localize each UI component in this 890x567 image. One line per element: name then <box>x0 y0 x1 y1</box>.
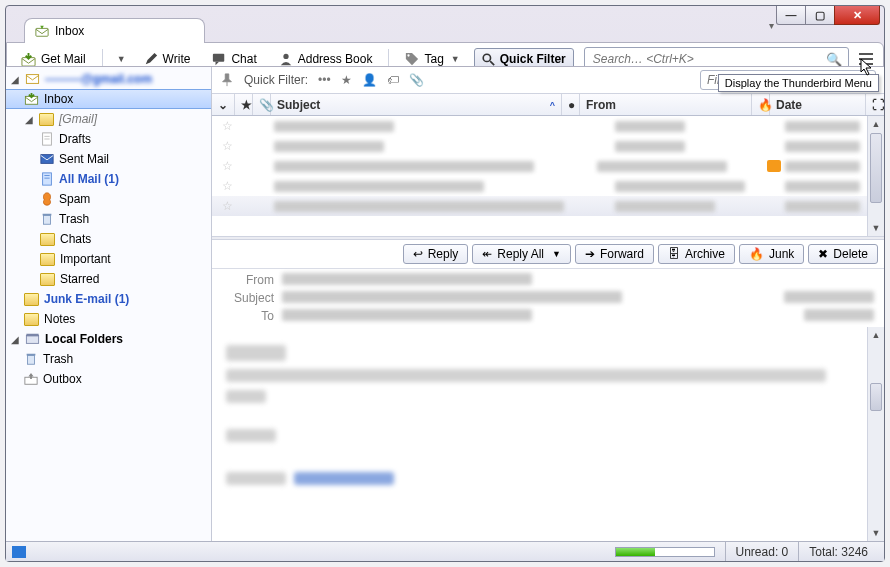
delete-icon: ✖ <box>818 247 828 261</box>
col-picker[interactable]: ⛶ <box>866 94 884 115</box>
sidebar-item-label: Trash <box>43 352 73 366</box>
sidebar-item-inbox[interactable]: Inbox <box>6 89 211 109</box>
minimize-button[interactable]: — <box>776 6 806 25</box>
folder-icon <box>24 293 39 306</box>
sidebar-item-label: Notes <box>44 312 75 326</box>
message-row[interactable]: ☆ <box>212 196 884 216</box>
sidebar-item-local-trash[interactable]: Trash <box>6 349 211 369</box>
main-pane: Quick Filter: ••• ★ 👤 🏷 📎 ⌄ ★ 📎 Subject … <box>212 67 884 541</box>
reply-button[interactable]: ↩Reply <box>403 244 469 264</box>
outbox-icon <box>24 372 38 386</box>
app-window: — ▢ ✕ Inbox ▾ Get Mail ▼ Write Chat Addr… <box>5 5 885 562</box>
get-mail-icon <box>21 52 36 67</box>
forward-button[interactable]: ➔Forward <box>575 244 654 264</box>
account-local-folders[interactable]: ◢ Local Folders <box>6 329 211 349</box>
sidebar-item-trash[interactable]: Trash <box>6 209 211 229</box>
sidebar-item-starred[interactable]: Starred <box>6 269 211 289</box>
sidebar-item-label: Chats <box>60 232 91 246</box>
folder-icon <box>24 313 39 326</box>
qf-attach-icon[interactable]: 📎 <box>409 73 424 87</box>
svg-rect-19 <box>26 334 38 337</box>
spam-icon <box>40 192 54 206</box>
folder-icon <box>40 273 55 286</box>
svg-line-6 <box>490 61 494 65</box>
header-value <box>282 291 622 303</box>
msglist-scrollbar[interactable]: ▲▼ <box>867 116 884 236</box>
col-junk[interactable]: 🔥 <box>752 94 770 115</box>
pin-icon[interactable] <box>220 73 234 87</box>
progress-bar <box>615 547 715 557</box>
header-label-from: From <box>222 273 282 287</box>
header-label-subject: Subject <box>222 291 282 305</box>
tab-label: Inbox <box>55 24 84 38</box>
message-columns: ⌄ ★ 📎 Subject ● From 🔥 Date ⛶ <box>212 94 884 116</box>
inbox-tab-icon <box>35 24 49 38</box>
sidebar-item-important[interactable]: Important <box>6 249 211 269</box>
col-thread[interactable]: ⌄ <box>212 94 235 115</box>
folder-icon <box>40 253 55 266</box>
message-row[interactable]: ☆ <box>212 156 884 176</box>
tag-label: Tag <box>424 52 443 66</box>
address-book-label: Address Book <box>298 52 373 66</box>
magnifier-icon <box>482 53 495 66</box>
pencil-icon <box>144 52 158 66</box>
sidebar-item-gmail[interactable]: ◢ [Gmail] <box>6 109 211 129</box>
get-mail-label: Get Mail <box>41 52 86 66</box>
col-star[interactable]: ★ <box>235 94 253 115</box>
col-date[interactable]: Date <box>770 94 866 115</box>
junk-icon: 🔥 <box>749 247 764 261</box>
qf-star-icon[interactable]: ★ <box>341 73 352 87</box>
message-body: ▲▼ <box>212 327 884 541</box>
sidebar-item-label: Junk E-mail (1) <box>44 292 129 306</box>
archive-button[interactable]: 🗄Archive <box>658 244 735 264</box>
sidebar-item-notes[interactable]: Notes <box>6 309 211 329</box>
archive-icon: 🗄 <box>668 247 680 261</box>
col-attach[interactable]: 📎 <box>253 94 271 115</box>
sidebar-item-chats[interactable]: Chats <box>6 229 211 249</box>
message-row[interactable]: ☆ <box>212 136 884 156</box>
close-button[interactable]: ✕ <box>834 6 880 25</box>
qf-tag-icon[interactable]: 🏷 <box>387 73 399 87</box>
col-from[interactable]: From <box>580 94 752 115</box>
folder-icon <box>39 113 54 126</box>
qf-contact-icon[interactable]: 👤 <box>362 73 377 87</box>
sidebar-item-label: Important <box>60 252 111 266</box>
search-icon[interactable]: 🔍 <box>826 52 842 67</box>
sidebar-item-label: Spam <box>59 192 90 206</box>
svg-rect-7 <box>26 75 38 84</box>
drafts-icon <box>40 132 54 146</box>
svg-rect-16 <box>44 216 51 225</box>
col-read[interactable]: ● <box>562 94 580 115</box>
trash-icon <box>40 212 54 226</box>
sidebar-item-outbox[interactable]: Outbox <box>6 369 211 389</box>
tag-icon <box>405 52 419 66</box>
maximize-button[interactable]: ▢ <box>805 6 835 25</box>
junk-button[interactable]: 🔥Junk <box>739 244 804 264</box>
message-row[interactable]: ☆ <box>212 116 884 136</box>
chevron-down-icon[interactable]: ▼ <box>552 249 561 259</box>
sidebar-item-label: Inbox <box>44 92 73 106</box>
sidebar-item-drafts[interactable]: Drafts <box>6 129 211 149</box>
header-label-to: To <box>222 309 282 323</box>
delete-button[interactable]: ✖Delete <box>808 244 878 264</box>
address-book-icon <box>279 52 293 66</box>
reply-all-icon: ↞ <box>482 247 492 261</box>
sidebar-item-spam[interactable]: Spam <box>6 189 211 209</box>
message-row[interactable]: ☆ <box>212 176 884 196</box>
sidebar-item-sent[interactable]: Sent Mail <box>6 149 211 169</box>
qf-unread-icon[interactable]: ••• <box>318 73 331 87</box>
activity-icon[interactable] <box>12 546 26 558</box>
reply-all-button[interactable]: ↞Reply All▼ <box>472 244 571 264</box>
message-headers: From Subject To <box>212 269 884 327</box>
account-gmail[interactable]: ◢ ———@gmail.com <box>6 69 211 89</box>
folder-icon <box>40 233 55 246</box>
tabstrip-dropdown[interactable]: ▾ <box>769 20 774 31</box>
inbox-icon <box>24 92 39 106</box>
preview-scrollbar[interactable]: ▲▼ <box>867 327 884 541</box>
sidebar-item-allmail[interactable]: All Mail (1) <box>6 169 211 189</box>
tab-inbox[interactable]: Inbox <box>24 18 205 43</box>
col-subject[interactable]: Subject <box>271 94 562 115</box>
header-other <box>804 309 874 321</box>
sidebar-item-label: Sent Mail <box>59 152 109 166</box>
sidebar-item-junk[interactable]: Junk E-mail (1) <box>6 289 211 309</box>
